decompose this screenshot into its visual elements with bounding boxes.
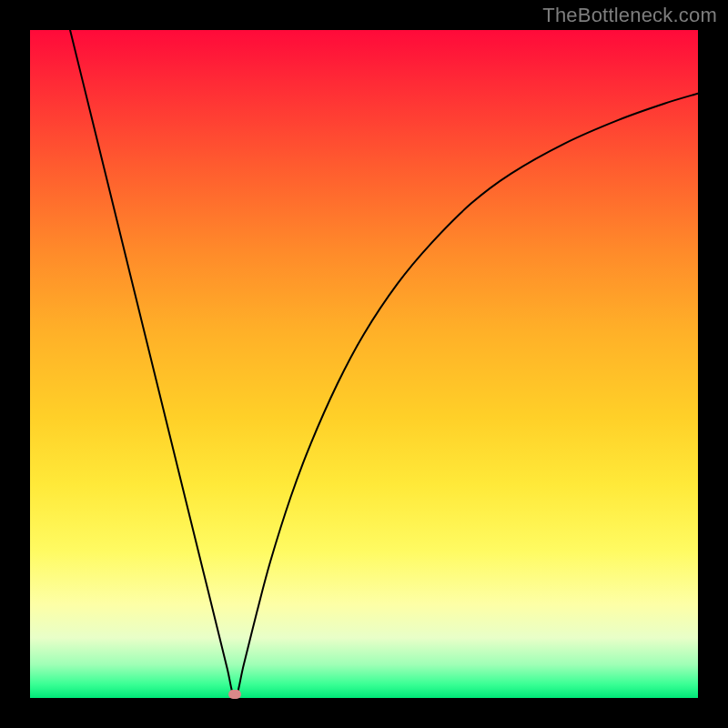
bottleneck-curve [30,30,698,698]
watermark-text: TheBottleneck.com [542,4,717,27]
chart-plot-area [30,30,698,698]
optimum-marker [228,690,241,699]
